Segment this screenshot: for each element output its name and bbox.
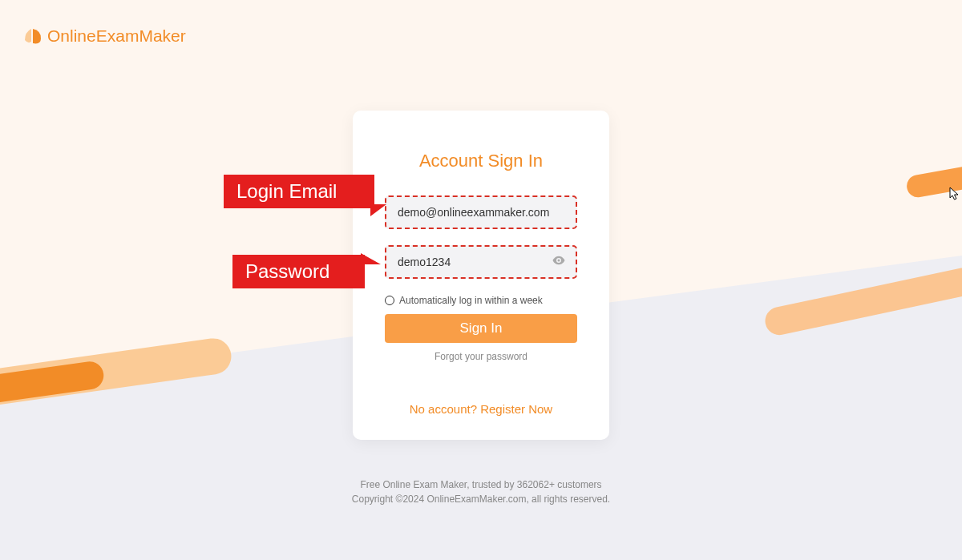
footer-line-1: Free Online Exam Maker, trusted by 36206… [0,479,962,490]
password-input-wrap [385,245,577,279]
auto-login-checkbox[interactable] [385,296,394,305]
auto-login-label: Automatically log in within a week [399,295,543,306]
forgot-password-link[interactable]: Forgot your password [385,351,577,362]
email-input-wrap [385,195,577,229]
cursor-icon [949,187,960,204]
brand-logo[interactable]: OnlineExamMaker [20,24,186,48]
register-link[interactable]: No account? Register Now [385,402,577,416]
signin-card: Account Sign In Automatically log in wit… [353,111,609,440]
footer-line-2: Copyright ©2024 OnlineExamMaker.com, all… [0,494,962,505]
email-field[interactable] [385,195,577,229]
page-footer: Free Online Exam Maker, trusted by 36206… [0,479,962,508]
logo-text: OnlineExamMaker [47,26,186,46]
card-title: Account Sign In [385,151,577,171]
signin-button[interactable]: Sign In [385,314,577,343]
annotation-email: Login Email [224,175,374,208]
password-field[interactable] [385,245,577,279]
logo-icon [20,24,44,48]
annotation-password: Password [232,255,365,288]
eye-icon[interactable] [552,253,566,271]
auto-login-row[interactable]: Automatically log in within a week [385,295,577,306]
